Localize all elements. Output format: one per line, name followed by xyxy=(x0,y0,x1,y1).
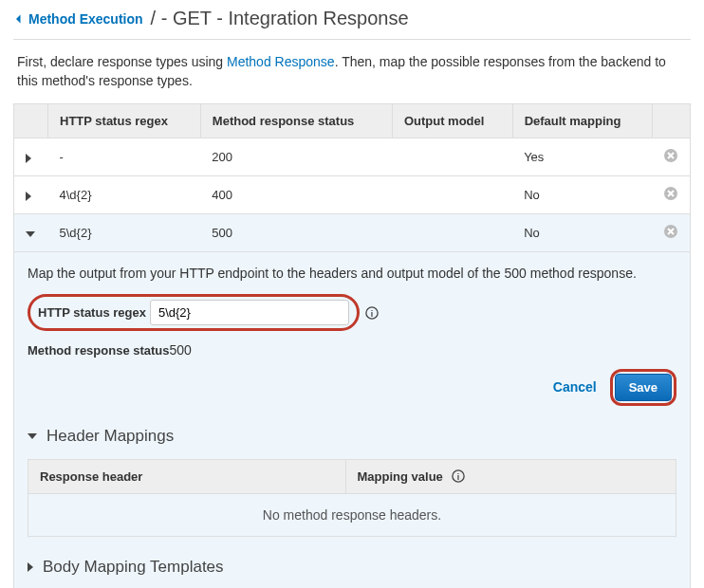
body-mapping-title: Body Mapping Templates xyxy=(43,558,224,577)
delete-icon[interactable] xyxy=(663,148,678,163)
col-mapping-value: Mapping value i xyxy=(345,460,676,494)
col-response-header: Response header xyxy=(28,460,346,494)
status-label: Method response status xyxy=(28,343,170,358)
detail-description: Map the output from your HTTP endpoint t… xyxy=(28,266,676,281)
http-status-regex-input[interactable] xyxy=(150,300,349,325)
table-row[interactable]: 5\d{2} 500 No xyxy=(14,214,691,252)
delete-icon[interactable] xyxy=(663,186,678,201)
back-to-method-execution-link[interactable]: Method Execution xyxy=(13,11,143,27)
info-icon[interactable]: i xyxy=(452,469,465,483)
header-mappings-title: Header Mappings xyxy=(46,427,174,446)
col-regex: HTTP status regex xyxy=(48,104,201,138)
cancel-button[interactable]: Cancel xyxy=(553,379,597,395)
header-mappings-toggle[interactable]: Header Mappings xyxy=(28,419,676,453)
col-default: Default mapping xyxy=(512,104,652,138)
col-status: Method response status xyxy=(200,104,392,138)
chevron-right-icon xyxy=(28,562,33,572)
chevron-down-icon[interactable] xyxy=(26,231,35,237)
table-row[interactable]: 4\d{2} 400 No xyxy=(14,176,691,214)
save-button[interactable]: Save xyxy=(615,374,672,401)
arrow-left-icon xyxy=(13,13,25,25)
status-value: 500 xyxy=(170,342,192,358)
chevron-right-icon[interactable] xyxy=(26,192,31,201)
response-detail-panel: Map the output from your HTTP endpoint t… xyxy=(13,252,691,588)
chevron-down-icon xyxy=(28,433,37,439)
delete-icon[interactable] xyxy=(663,224,678,239)
col-model: Output model xyxy=(392,104,512,138)
header-mappings-table: Response header Mapping value i No metho… xyxy=(28,459,676,537)
table-row[interactable]: - 200 Yes xyxy=(14,138,691,176)
svg-text:i: i xyxy=(457,472,459,482)
method-response-link[interactable]: Method Response xyxy=(227,54,335,69)
integration-response-table: HTTP status regex Method response status… xyxy=(13,103,691,252)
svg-text:i: i xyxy=(371,308,373,318)
body-mapping-toggle[interactable]: Body Mapping Templates xyxy=(28,550,676,584)
regex-label: HTTP status regex xyxy=(38,305,146,320)
chevron-right-icon[interactable] xyxy=(26,154,31,163)
page-title: / - GET - Integration Response xyxy=(151,8,409,29)
info-icon[interactable]: i xyxy=(365,306,379,320)
empty-message: No method response headers. xyxy=(28,494,676,537)
back-label: Method Execution xyxy=(28,11,143,27)
intro-text: First, declare response types using Meth… xyxy=(17,53,687,90)
